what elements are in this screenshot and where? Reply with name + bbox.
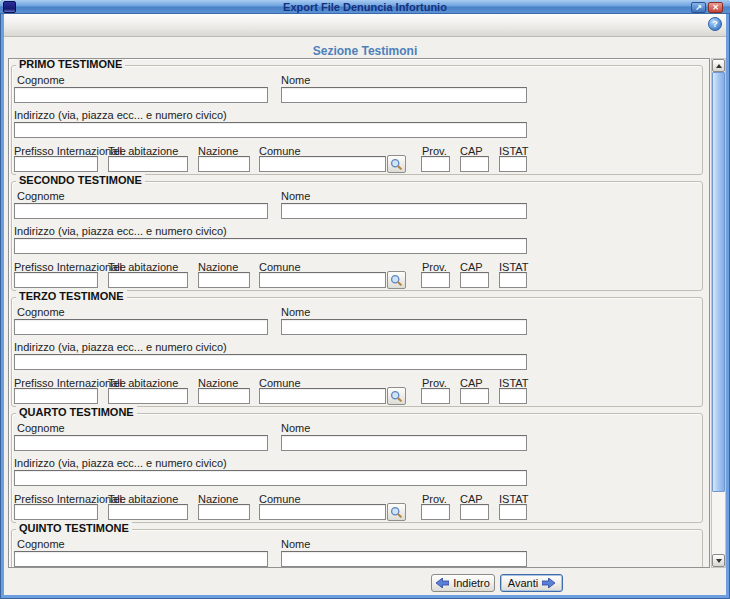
comune-input[interactable] [259, 504, 386, 520]
prefisso-internazionale-input[interactable] [14, 388, 98, 404]
witness-legend: TERZO TESTIMONE [16, 290, 127, 303]
titlebar[interactable]: Export File Denuncia Infortunio ↗ ✕ [0, 0, 730, 14]
scroll-up-icon [716, 64, 722, 68]
prefisso-internazionale-input[interactable] [14, 504, 98, 520]
indirizzo-input[interactable] [14, 238, 527, 254]
cognome-input[interactable] [14, 319, 268, 335]
window-title: Export File Denuncia Infortunio [0, 1, 730, 13]
search-icon [388, 506, 405, 519]
witness-legend: QUINTO TESTIMONE [16, 522, 132, 535]
nome-label: Nome [281, 190, 310, 202]
indirizzo-label: Indirizzo (via, piazza ecc... e numero c… [14, 109, 227, 121]
back-button-label: Indietro [453, 577, 490, 589]
witness-panel: PRIMO TESTIMONE Cognome Nome Indirizzo (… [8, 58, 710, 568]
nome-label: Nome [281, 538, 310, 550]
back-button[interactable]: Indietro [431, 574, 495, 592]
next-arrow-icon [542, 578, 555, 588]
nome-label: Nome [281, 422, 310, 434]
istat-input[interactable] [499, 388, 527, 404]
prov-input[interactable] [421, 156, 450, 172]
cognome-input[interactable] [14, 203, 268, 219]
prov-input[interactable] [421, 272, 450, 288]
help-button[interactable]: ? [708, 17, 722, 31]
tel-abitazione-input[interactable] [108, 504, 188, 520]
cognome-label: Cognome [17, 538, 65, 550]
next-button-label: Avanti [508, 577, 538, 589]
nazione-input[interactable] [198, 156, 250, 172]
istat-input[interactable] [499, 156, 527, 172]
restore-button[interactable]: ↗ [691, 2, 706, 13]
nome-input[interactable] [281, 87, 527, 103]
nome-input[interactable] [281, 551, 527, 567]
indirizzo-input[interactable] [14, 354, 527, 370]
scrollbar-track[interactable] [712, 492, 725, 556]
prefisso-internazionale-input[interactable] [14, 272, 98, 288]
tel-abitazione-input[interactable] [108, 156, 188, 172]
back-arrow-icon [436, 578, 449, 588]
page-title: Sezione Testimoni [4, 44, 726, 58]
comune-input[interactable] [259, 388, 386, 404]
cognome-label: Cognome [17, 74, 65, 86]
scroll-down-button[interactable] [712, 554, 725, 567]
nome-input[interactable] [281, 435, 527, 451]
prov-input[interactable] [421, 388, 450, 404]
istat-input[interactable] [499, 504, 527, 520]
content-area: Sezione Testimoni PRIMO TESTIMONE Cognom… [4, 37, 726, 595]
witness-fieldset: PRIMO TESTIMONE Cognome Nome Indirizzo (… [11, 65, 703, 175]
search-icon [388, 390, 405, 403]
witness-fieldset: QUINTO TESTIMONE Cognome Nome Indirizzo … [11, 529, 703, 568]
nazione-input[interactable] [198, 388, 250, 404]
tel-abitazione-input[interactable] [108, 272, 188, 288]
footer-bar: Indietro Avanti [4, 574, 726, 595]
restore-icon: ↗ [695, 3, 702, 12]
prefisso-internazionale-input[interactable] [14, 156, 98, 172]
nome-label: Nome [281, 74, 310, 86]
cognome-input[interactable] [14, 551, 268, 567]
cognome-input[interactable] [14, 435, 268, 451]
indirizzo-input[interactable] [14, 122, 527, 138]
witness-legend: SECONDO TESTIMONE [16, 174, 145, 187]
cap-input[interactable] [460, 156, 489, 172]
scrollbar-thumb[interactable] [712, 72, 725, 492]
next-button[interactable]: Avanti [500, 574, 563, 592]
prov-input[interactable] [421, 504, 450, 520]
indirizzo-label: Indirizzo (via, piazza ecc... e numero c… [14, 225, 227, 237]
scroll-up-button[interactable] [712, 59, 725, 72]
comune-search-button[interactable] [387, 271, 406, 289]
nazione-input[interactable] [198, 504, 250, 520]
search-icon [388, 274, 405, 287]
witness-legend: PRIMO TESTIMONE [16, 58, 125, 71]
close-icon: ✕ [712, 3, 719, 12]
nazione-input[interactable] [198, 272, 250, 288]
toolbar: ? [4, 14, 726, 37]
cognome-label: Cognome [17, 190, 65, 202]
vertical-scrollbar[interactable] [711, 58, 726, 568]
cognome-label: Cognome [17, 306, 65, 318]
cap-input[interactable] [460, 272, 489, 288]
witness-legend: QUARTO TESTIMONE [16, 406, 137, 419]
witness-fieldset: TERZO TESTIMONE Cognome Nome Indirizzo (… [11, 297, 703, 407]
comune-search-button[interactable] [387, 503, 406, 521]
comune-input[interactable] [259, 156, 386, 172]
search-icon [388, 158, 405, 171]
nome-input[interactable] [281, 319, 527, 335]
dialog-window: Export File Denuncia Infortunio ↗ ✕ ? Se… [0, 0, 730, 599]
close-button[interactable]: ✕ [708, 2, 723, 13]
cap-input[interactable] [460, 504, 489, 520]
help-icon: ? [712, 19, 718, 29]
scroll-down-icon [716, 559, 722, 563]
indirizzo-input[interactable] [14, 470, 527, 486]
tel-abitazione-input[interactable] [108, 388, 188, 404]
comune-search-button[interactable] [387, 155, 406, 173]
nome-input[interactable] [281, 203, 527, 219]
witness-fieldset: SECONDO TESTIMONE Cognome Nome Indirizzo… [11, 181, 703, 291]
nome-label: Nome [281, 306, 310, 318]
cognome-label: Cognome [17, 422, 65, 434]
indirizzo-label: Indirizzo (via, piazza ecc... e numero c… [14, 457, 227, 469]
istat-input[interactable] [499, 272, 527, 288]
comune-search-button[interactable] [387, 387, 406, 405]
cap-input[interactable] [460, 388, 489, 404]
cognome-input[interactable] [14, 87, 268, 103]
witness-fieldset: QUARTO TESTIMONE Cognome Nome Indirizzo … [11, 413, 703, 523]
comune-input[interactable] [259, 272, 386, 288]
